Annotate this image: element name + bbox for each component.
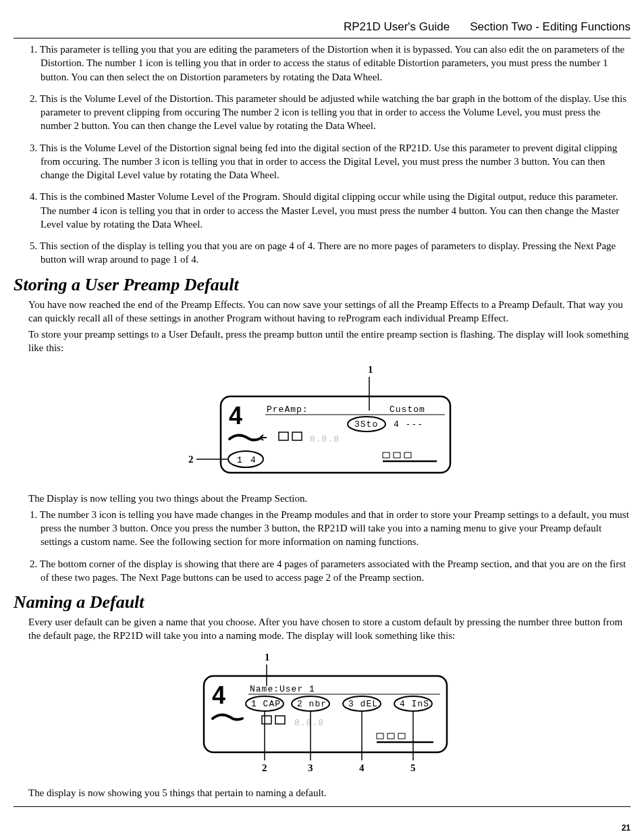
lcd-diagram-icon: 1 4 Name:User 1 1 CAP 2 nbr 3 dEL 4 InS … [177,652,467,774]
svg-rect-23 [398,733,405,739]
display-figure-preamp: 1 4 PreAmp: Custom 3Sto 4 --- 8.8.8 1 4 … [14,365,630,482]
header-rule [14,38,630,38]
callout-label: 1 [265,652,270,662]
list-item: 1. This parameter is telling you that yo… [41,43,630,84]
lcd-big-digit: 4 [212,681,225,709]
body-text: To store your preamp settings to a User … [14,328,630,355]
sevenseg-icon: 8.8.8 [310,434,340,444]
lcd-oval-cap: 1 CAP [251,699,281,709]
body-text: The Display is now telling you two thing… [14,492,630,505]
body-text: You have now reached the end of the Prea… [14,298,630,325]
svg-rect-20 [275,716,285,724]
callout-label: 4 [359,762,365,773]
page-header: RP21D User's Guide Section Two - Editing… [14,0,630,38]
lcd-oval-right: 4 --- [394,419,423,429]
lcd-page-tot: 4 [250,455,257,465]
callout-label: 1 [368,365,373,375]
list-item: 2. The bottom corner of the display is s… [41,557,630,585]
header-guide-title: RP21D User's Guide [344,20,450,34]
callout-label: 3 [308,762,313,773]
body-text: Every user default can be given a name t… [14,615,630,643]
lcd-oval-nbr: 2 nbr [297,699,327,709]
list-item: 3. This is the Volume Level of the Disto… [41,141,630,182]
svg-rect-19 [262,716,271,724]
list-item: 5. This section of the display is tellin… [41,239,630,267]
callout-label: 2 [188,454,194,465]
callout-label: 5 [410,762,416,773]
list-item: 4. This is the combined Master Volume Le… [41,190,630,231]
lcd-oval-del: 3 dEL [348,699,378,709]
svg-point-10 [228,451,263,467]
svg-rect-5 [292,432,302,440]
svg-rect-6 [383,452,390,458]
display-figure-naming: 1 4 Name:User 1 1 CAP 2 nbr 3 dEL 4 InS … [14,652,630,777]
svg-rect-8 [404,452,411,458]
lcd-text-name: Name:User 1 [250,684,315,694]
svg-rect-21 [377,733,383,739]
storing-list: 1. The number 3 icon is telling you have… [14,508,630,584]
svg-rect-13 [204,676,447,752]
param-list: 1. This parameter is telling you that yo… [14,43,630,267]
lcd-big-digit: 4 [229,402,242,429]
body-text: The display is now showing you 5 things … [14,786,630,800]
svg-rect-4 [279,432,288,440]
list-item: 1. The number 3 icon is telling you have… [41,508,630,549]
lcd-diagram-icon: 1 4 PreAmp: Custom 3Sto 4 --- 8.8.8 1 4 … [180,365,464,479]
page-footer: 21 [14,820,630,833]
svg-rect-22 [387,733,394,739]
section-heading-storing: Storing a User Preamp Default [14,275,630,295]
lcd-text-left: PreAmp: [267,405,308,415]
lcd-text-right: Custom [390,405,425,415]
sevenseg-icon: 8.8.8 [294,718,324,728]
footer-rule [14,806,630,807]
svg-rect-7 [394,452,400,458]
header-section-title: Section Two - Editing Functions [470,20,630,34]
lcd-oval-ins: 4 InS [400,699,429,709]
page-number: 21 [622,823,630,833]
list-item: 2. This is the Volume Level of the Disto… [41,92,630,133]
callout-label: 2 [262,762,267,773]
section-heading-naming: Naming a Default [14,592,630,613]
lcd-oval-sto: 3Sto [354,419,378,429]
lcd-page-cur: 1 [237,455,243,465]
